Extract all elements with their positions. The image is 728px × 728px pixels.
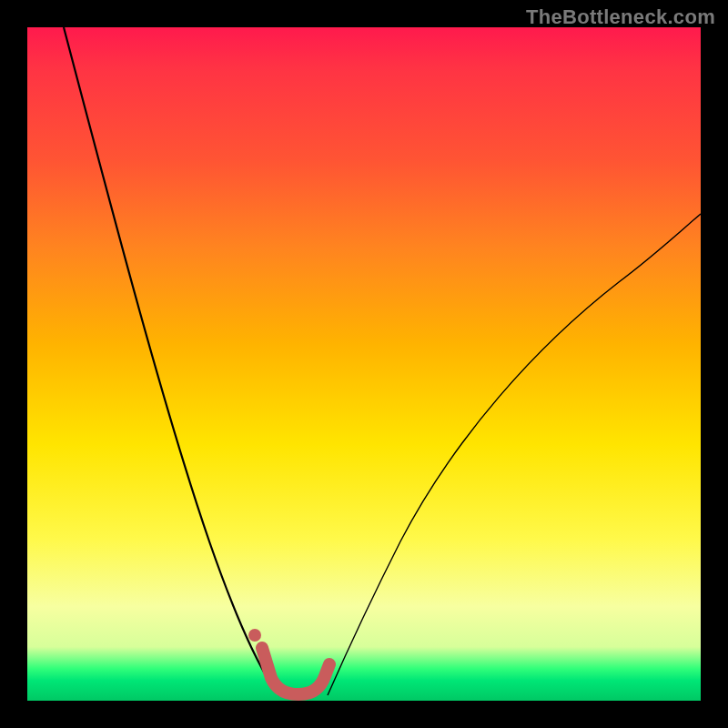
- marker-dot: [248, 629, 261, 642]
- curve-layer: [27, 27, 701, 701]
- right-curve: [328, 214, 701, 695]
- marker-u-shape: [262, 648, 329, 694]
- plot-frame: [27, 27, 701, 701]
- watermark-text: TheBottleneck.com: [526, 5, 715, 29]
- left-curve: [64, 27, 280, 695]
